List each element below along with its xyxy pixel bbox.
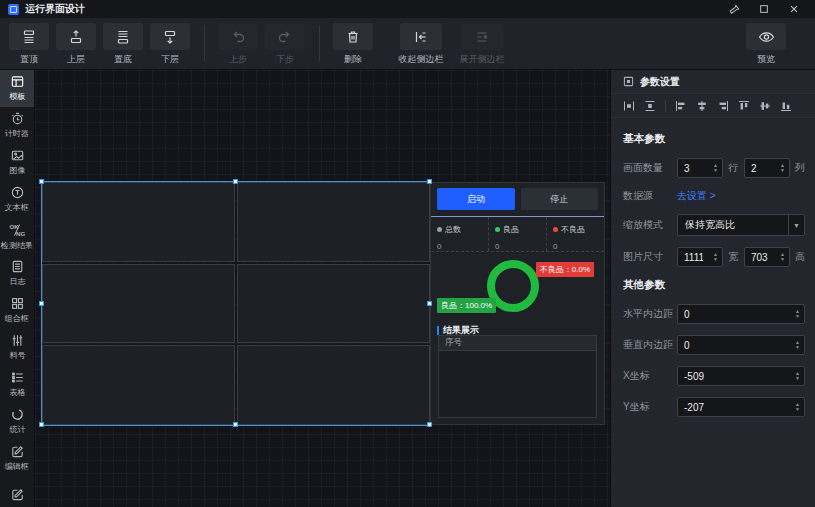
spinner-down[interactable]: ▼ (713, 257, 718, 262)
delete-button[interactable]: 删除 (332, 23, 374, 66)
sidebar-item-part-number[interactable]: 料号 (0, 329, 34, 366)
sidebar-item-table[interactable]: 表格 (0, 366, 34, 403)
stat-total: 总数 0 (431, 217, 488, 251)
h-padding-input[interactable]: ▲▼ (677, 304, 805, 324)
pin-icon[interactable] (721, 1, 747, 17)
spinner-down[interactable]: ▼ (780, 257, 785, 262)
align-right-icon[interactable] (717, 100, 729, 112)
cols-input[interactable]: ▲▼ (744, 158, 790, 178)
preview-button[interactable]: 预览 (745, 23, 787, 66)
collapse-sidebar-icon (412, 28, 430, 46)
panel-settings-icon (623, 76, 634, 87)
panel-header: 参数设置 (611, 70, 815, 94)
log-icon (10, 259, 25, 274)
good-rate-badge: 良品：100.0% (437, 298, 496, 313)
sidebar-item-statistics[interactable]: 统计 (0, 403, 34, 440)
spinner-down[interactable]: ▼ (795, 376, 800, 381)
y-coordinate-input[interactable]: ▲▼ (677, 397, 805, 417)
template-grid-widget[interactable] (42, 182, 430, 425)
sidebar-item-extra[interactable] (0, 477, 34, 507)
selection-handle[interactable] (427, 179, 432, 184)
selection-handle[interactable] (39, 179, 44, 184)
layer-up-icon (67, 28, 85, 46)
start-button[interactable]: 启动 (437, 188, 515, 210)
edit-icon (10, 487, 25, 502)
timer-icon (10, 111, 25, 126)
grid-cell[interactable] (42, 264, 235, 344)
parameters-panel: 参数设置 基本参数 画面数量 ▲▼ (610, 70, 815, 507)
table-header-serial: 序号 (439, 336, 596, 351)
selection-handle[interactable] (427, 301, 432, 306)
align-middle-vertical-icon[interactable] (759, 100, 771, 112)
align-bottom-icon[interactable] (780, 100, 792, 112)
bad-dot-icon (553, 227, 558, 232)
v-padding-input[interactable]: ▲▼ (677, 335, 805, 355)
distribute-horizontal-icon[interactable] (623, 100, 635, 112)
spinner-down[interactable]: ▼ (795, 345, 800, 350)
scale-mode-select[interactable]: 保持宽高比 ▼ (677, 214, 805, 236)
distribute-vertical-icon[interactable] (644, 100, 656, 112)
layer-down-button[interactable]: 下层 (149, 23, 191, 66)
x-coordinate-input[interactable]: ▲▼ (677, 366, 805, 386)
design-canvas[interactable]: 启动 停止 总数 0 良品 0 不良品 0 (35, 70, 610, 507)
edit-box-icon (10, 444, 25, 459)
stat-bad: 不良品 0 (546, 217, 604, 251)
stats-panel-widget[interactable]: 启动 停止 总数 0 良品 0 不良品 0 (430, 182, 605, 425)
sidebar-item-textbox[interactable]: 文本框 (0, 181, 34, 218)
undo-button[interactable]: 上步 (217, 23, 259, 66)
sidebar-item-combobox[interactable]: 组合框 (0, 292, 34, 329)
sidebar-item-log[interactable]: 日志 (0, 255, 34, 292)
sidebar-item-template[interactable]: 模板 (0, 70, 34, 107)
ok-ng-icon: OKNG (9, 222, 25, 238)
section-other-params: 其他参数 (623, 278, 805, 292)
titlebar: 运行界面设计 (0, 0, 815, 18)
expand-sidebar-button[interactable]: 展开侧边栏 (454, 23, 510, 66)
redo-button[interactable]: 下步 (264, 23, 306, 66)
spinner-down[interactable]: ▼ (795, 407, 800, 412)
collapse-sidebar-button[interactable]: 收起侧边栏 (393, 23, 449, 66)
list-icon (10, 370, 25, 385)
bad-rate-badge: 不良品：0.0% (536, 262, 594, 277)
selection-handle[interactable] (233, 179, 238, 184)
redo-icon (276, 28, 294, 46)
window-title: 运行界面设计 (25, 2, 85, 16)
image-height-input[interactable]: ▲▼ (744, 247, 790, 267)
layer-up-button[interactable]: 上层 (55, 23, 97, 66)
sidebar-item-timer[interactable]: 计时器 (0, 107, 34, 144)
image-width-input[interactable]: ▲▼ (677, 247, 723, 267)
undo-icon (229, 28, 247, 46)
close-icon[interactable] (781, 1, 807, 17)
stop-button[interactable]: 停止 (521, 188, 599, 210)
selection-handle[interactable] (39, 301, 44, 306)
grid-cell[interactable] (42, 345, 235, 425)
datasource-settings-link[interactable]: 去设置 > (677, 189, 716, 203)
sidebar-item-editbox[interactable]: 编辑框 (0, 440, 34, 477)
app-logo-icon (8, 4, 19, 15)
combo-grid-icon (10, 296, 25, 311)
rows-input[interactable]: ▲▼ (677, 158, 723, 178)
grid-cell[interactable] (42, 182, 235, 262)
yield-donut-chart: 不良品：0.0% 良品：100.0% (431, 252, 604, 320)
x-coordinate-row: X坐标 ▲▼ (623, 366, 805, 386)
grid-cell[interactable] (237, 182, 430, 262)
alignment-toolbar (611, 94, 815, 118)
maximize-icon[interactable] (751, 1, 777, 17)
sidebar-item-detection-result[interactable]: OKNG 检测结果 (0, 218, 34, 255)
align-top-icon[interactable] (738, 100, 750, 112)
send-to-back-button[interactable]: 置底 (102, 23, 144, 66)
align-left-icon[interactable] (675, 100, 687, 112)
selection-handle[interactable] (233, 422, 238, 427)
sidebar-item-image[interactable]: 图像 (0, 144, 34, 181)
spinner-down[interactable]: ▼ (795, 314, 800, 319)
result-table[interactable]: 序号 (438, 335, 597, 418)
grid-cell[interactable] (237, 345, 430, 425)
selection-handle[interactable] (427, 422, 432, 427)
align-center-horizontal-icon[interactable] (696, 100, 708, 112)
spinner-down[interactable]: ▼ (780, 168, 785, 173)
text-frame-icon (10, 185, 25, 200)
spinner-down[interactable]: ▼ (713, 168, 718, 173)
selection-handle[interactable] (39, 422, 44, 427)
bring-to-front-button[interactable]: 置顶 (8, 23, 50, 66)
expand-sidebar-icon (473, 28, 491, 46)
grid-cell[interactable] (237, 264, 430, 344)
